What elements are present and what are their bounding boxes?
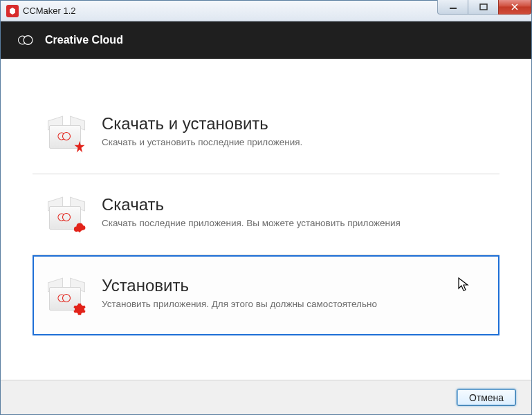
titlebar[interactable]: CCMaker 1.2 [1,1,531,21]
option-title: Скачать [102,195,484,214]
package-download-install-icon [48,116,85,153]
svg-marker-4 [75,141,85,153]
option-install[interactable]: Установить Установить приложения. Для эт… [33,255,499,335]
footer: Отмена [1,380,531,414]
package-install-icon [48,277,85,315]
option-download-install[interactable]: Скачать и установить Скачать и установит… [33,93,499,174]
svg-rect-0 [450,8,457,9]
app-window: CCMaker 1.2 Creative Cloud [0,0,532,415]
header-title: Creative Cloud [45,34,123,46]
option-title: Установить [102,276,484,295]
svg-rect-1 [480,4,487,10]
option-download[interactable]: Скачать Скачать последние приложения. Вы… [33,174,499,255]
option-description: Установить приложения. Для этого вы долж… [102,298,484,311]
creative-cloud-logo-icon [16,30,35,50]
close-button[interactable] [498,0,531,15]
option-title: Скачать и установить [102,114,484,133]
maximize-button[interactable] [468,0,499,15]
app-icon [6,5,19,17]
svg-point-2 [24,36,33,45]
svg-point-3 [63,133,71,140]
option-description: Скачать последние приложения. Вы можете … [102,217,484,230]
svg-point-6 [63,295,71,302]
window-title: CCMaker 1.2 [23,6,76,16]
option-description: Скачать и установить последние приложени… [102,136,484,149]
minimize-button[interactable] [437,0,468,15]
window-controls [438,0,531,15]
content-area: Скачать и установить Скачать и установит… [1,59,531,380]
app-header: Creative Cloud [1,21,531,59]
cancel-button[interactable]: Отмена [457,389,516,406]
svg-point-5 [63,214,71,221]
package-download-icon [48,196,85,234]
